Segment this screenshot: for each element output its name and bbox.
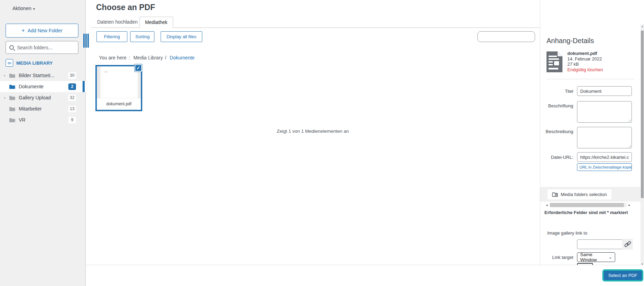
folder-name: Gallery Upload xyxy=(19,95,68,100)
scroll-left-icon[interactable]: ◄ xyxy=(545,203,548,207)
sidebar-folder-gallery-upload[interactable]: ▸ Gallery Upload 32 xyxy=(0,92,86,103)
folder-selection-icon xyxy=(552,192,558,197)
media-library-label: MEDIA LIBRARY xyxy=(16,60,53,66)
folders-sidebar: Aktionen▾ +Add New Folder ∞ MEDIA LIBRAR… xyxy=(0,0,86,286)
folder-count-badge: 13 xyxy=(68,106,76,112)
breadcrumb-colon: : xyxy=(129,55,130,60)
link-target-label: Link target xyxy=(540,255,573,260)
image-gallery-link-input[interactable] xyxy=(577,239,628,249)
scroll-right-icon[interactable]: ► xyxy=(628,203,631,207)
page-title: Choose an PDF xyxy=(96,3,155,12)
folder-icon xyxy=(9,117,16,123)
required-fields-note: Erforderliche Felder sind mit * markiert xyxy=(544,210,628,215)
details-filesize: 27 kB xyxy=(567,62,603,67)
copy-url-button[interactable]: URL in Zwischenablage kopieren xyxy=(577,163,632,171)
folder-count-badge: 30 xyxy=(68,72,76,79)
display-all-files-button[interactable]: Display all files xyxy=(161,31,202,42)
folder-search-input[interactable] xyxy=(17,45,73,50)
folder-name: Mitarbeiter xyxy=(19,106,68,112)
media-folders-selection-button[interactable]: Media folders selection xyxy=(548,189,611,199)
caret-right-icon[interactable]: ▸ xyxy=(4,74,9,77)
link-picker-button[interactable] xyxy=(622,239,633,250)
media-modal: Aktionen▾ +Add New Folder ∞ MEDIA LIBRAR… xyxy=(0,0,644,286)
select-pdf-button[interactable]: Select an PDF xyxy=(604,271,642,280)
caret-right-icon[interactable]: ▸ xyxy=(4,96,9,99)
chevron-down-icon: ⌄ xyxy=(609,255,612,260)
chevron-down-icon: ▾ xyxy=(33,7,35,11)
caption-textarea[interactable] xyxy=(577,101,632,123)
media-count-text: Zeigt 1 von 1 Medienelementen an xyxy=(86,129,540,134)
title-label: Titel xyxy=(540,89,573,94)
tab-media-library[interactable]: Mediathek xyxy=(139,17,173,28)
folder-name: Dokumente xyxy=(19,84,68,89)
plus-icon: + xyxy=(22,27,25,33)
folder-icon xyxy=(9,73,16,78)
file-url-input[interactable] xyxy=(577,152,632,162)
media-search-input[interactable] xyxy=(477,31,535,42)
document-icon xyxy=(546,51,562,74)
folder-search-box xyxy=(6,41,78,54)
breadcrumb: You are here: Media Library/ Dokumente xyxy=(99,55,197,60)
link-target-select[interactable]: Same Window ⌄ xyxy=(577,252,615,262)
attachment-filename: dokument.pdf xyxy=(97,98,141,109)
folder-count-badge: 2 xyxy=(68,83,76,90)
scrollbar-thumb[interactable] xyxy=(550,203,624,207)
details-heading: Anhang-Details xyxy=(546,37,594,45)
attachment-details-panel: Anhang-Details dokument.pdf 14. Februar … xyxy=(540,0,641,265)
add-new-folder-label: Add New Folder xyxy=(27,28,62,33)
add-new-folder-button[interactable]: +Add New Folder xyxy=(6,24,78,38)
folder-icon xyxy=(9,84,16,89)
sorting-button[interactable]: Sorting xyxy=(130,31,154,42)
folder-icon xyxy=(9,106,16,112)
sidebar-folder-dokumente[interactable]: Dokumente 2 xyxy=(0,81,86,92)
sidebar-resize-handle[interactable] xyxy=(83,34,90,48)
details-filename: dokument.pdf xyxy=(567,51,603,56)
title-input[interactable] xyxy=(577,86,632,96)
actions-dropdown[interactable]: Aktionen▾ xyxy=(12,6,35,11)
folder-count-badge: 32 xyxy=(68,95,76,101)
breadcrumb-prefix: You are here xyxy=(99,55,127,60)
horizontal-scrollbar: ◄ ► xyxy=(545,203,631,207)
details-date: 14. Februar 2022 xyxy=(567,56,603,62)
sidebar-folder-bilder-startseite[interactable]: ▸ Bilder Startseit... 30 xyxy=(0,70,86,81)
attachment-meta: dokument.pdf 14. Februar 2022 27 kB Endg… xyxy=(567,51,603,72)
folder-icon xyxy=(9,95,16,100)
folder-count-badge: 9 xyxy=(68,117,76,123)
selected-folder-indicator xyxy=(83,81,85,92)
media-library-root[interactable]: ∞ MEDIA LIBRARY xyxy=(6,59,53,67)
breadcrumb-current-link[interactable]: Dokumente xyxy=(170,55,195,60)
sidebar-folder-vr[interactable]: VR 9 xyxy=(0,114,86,125)
tab-upload-files[interactable]: Dateien hochladen xyxy=(97,19,138,25)
description-textarea[interactable] xyxy=(577,127,632,148)
link-icon xyxy=(624,241,631,248)
delete-permanently-link[interactable]: Endgültig löschen xyxy=(567,67,603,73)
vertical-scrollbar: ▲ ▼ xyxy=(641,24,644,266)
link-target-value: Same Window xyxy=(580,252,609,262)
scroll-up-icon[interactable]: ▲ xyxy=(641,25,644,27)
filtering-button[interactable]: Filtering xyxy=(96,31,127,42)
attachment-tile-dokument-pdf[interactable]: dokument.pdf ✓ xyxy=(95,65,142,111)
vertical-scrollbar-thumb[interactable] xyxy=(641,31,644,198)
breadcrumb-root-link[interactable]: Media Library xyxy=(133,55,163,60)
description-label: Beschreibung xyxy=(540,129,573,134)
media-library-icon: ∞ xyxy=(6,59,13,67)
actions-label: Aktionen xyxy=(12,6,31,11)
file-url-label: Datei-URL: xyxy=(540,155,573,160)
modal-footer xyxy=(86,265,644,286)
pdf-thumbnail xyxy=(97,66,141,98)
media-folders-selection-label: Media folders selection xyxy=(561,192,607,197)
folder-name: Bilder Startseit... xyxy=(19,73,68,78)
search-icon xyxy=(9,45,14,50)
breadcrumb-slash: / xyxy=(165,55,166,60)
image-gallery-link-label: Image gallery link to xyxy=(547,230,587,236)
sidebar-folder-mitarbeiter[interactable]: Mitarbeiter 13 xyxy=(0,103,86,114)
caption-label: Beschriftung xyxy=(540,103,573,108)
folder-name: VR xyxy=(19,117,68,123)
selected-checkbox[interactable]: ✓ xyxy=(135,64,142,72)
folder-tree: ▸ Bilder Startseit... 30 Dokumente 2 ▸ xyxy=(0,70,86,125)
details-divider xyxy=(546,79,634,79)
